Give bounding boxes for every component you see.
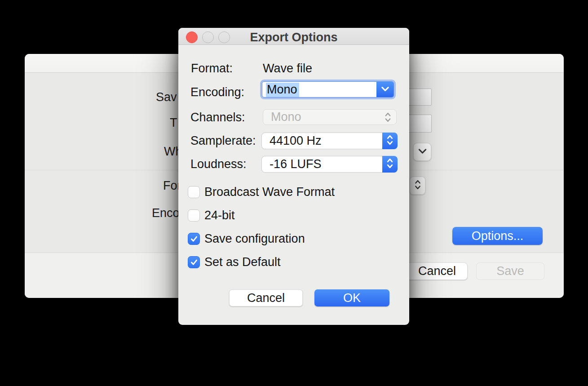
format-label: Format: [191, 62, 233, 75]
cancel-button[interactable]: Cancel [229, 289, 303, 306]
filename-field-edge[interactable] [407, 89, 432, 106]
checkbox-label: Save configuration [204, 232, 305, 246]
checkbox-icon[interactable] [188, 209, 200, 222]
loudness-stepper-cap[interactable] [382, 156, 398, 173]
chevron-up-down-icon [386, 157, 394, 171]
loudness-stepper[interactable]: -16 LUFS [261, 156, 398, 173]
encoding-dropdown-cap[interactable] [376, 82, 393, 97]
checkbox-icon[interactable] [188, 186, 200, 198]
checkbox-icon[interactable] [188, 256, 200, 268]
checkbox-save-configuration[interactable]: Save configuration [188, 232, 305, 246]
checkbox-label: Set as Default [204, 255, 281, 269]
titlebar: Export Options [178, 28, 409, 45]
title-label-fragment: T [170, 116, 177, 129]
chevron-up-down-icon [414, 179, 422, 192]
chevron-down-icon [381, 85, 389, 93]
checkbox-24-bit[interactable]: 24-bit [188, 209, 235, 222]
checkbox-broadcast-wave-format[interactable]: Broadcast Wave Format [188, 185, 335, 199]
title-field-edge[interactable] [407, 115, 432, 133]
samplerate-stepper[interactable]: 44100 Hz [261, 133, 398, 149]
samplerate-value: 44100 Hz [270, 134, 322, 148]
encoding-combobox[interactable]: Mono [262, 81, 394, 98]
format-value: Wave file [263, 62, 312, 75]
format-stepper[interactable] [410, 177, 425, 195]
samplerate-label: Samplerate: [190, 134, 256, 147]
folder-dropdown-button[interactable] [413, 143, 431, 161]
background-cancel-button[interactable]: Cancel [407, 262, 468, 280]
ok-button[interactable]: OK [314, 289, 389, 306]
checkbox-label: 24-bit [204, 209, 235, 222]
background-save-button[interactable]: Save [476, 262, 544, 280]
encoding-selected-text: Mono [266, 83, 299, 96]
options-button[interactable]: Options... [452, 227, 543, 245]
chevron-up-down-icon [386, 134, 394, 148]
chevron-up-down-icon [384, 110, 392, 124]
checkbox-label: Broadcast Wave Format [204, 185, 335, 199]
text-selection-highlight: Mono [266, 83, 299, 97]
samplerate-stepper-cap[interactable] [382, 133, 398, 149]
chevron-down-icon [418, 148, 427, 156]
channels-label: Channels: [190, 111, 245, 124]
loudness-label: Loudness: [190, 158, 247, 170]
channels-value: Mono [271, 110, 301, 124]
channels-stepper-disabled: Mono [263, 109, 397, 125]
save-as-label-fragment: Sav [156, 91, 177, 103]
loudness-value: -16 LUFS [270, 157, 322, 171]
export-options-dialog: Export Options Format: Wave file Encodin… [178, 28, 409, 325]
encoding-label-fragment: Enco [152, 207, 180, 219]
window-title: Export Options [178, 31, 409, 44]
encoding-label: Encoding: [190, 86, 244, 98]
checkbox-icon[interactable] [188, 233, 200, 245]
checkbox-set-as-default[interactable]: Set as Default [188, 255, 281, 269]
